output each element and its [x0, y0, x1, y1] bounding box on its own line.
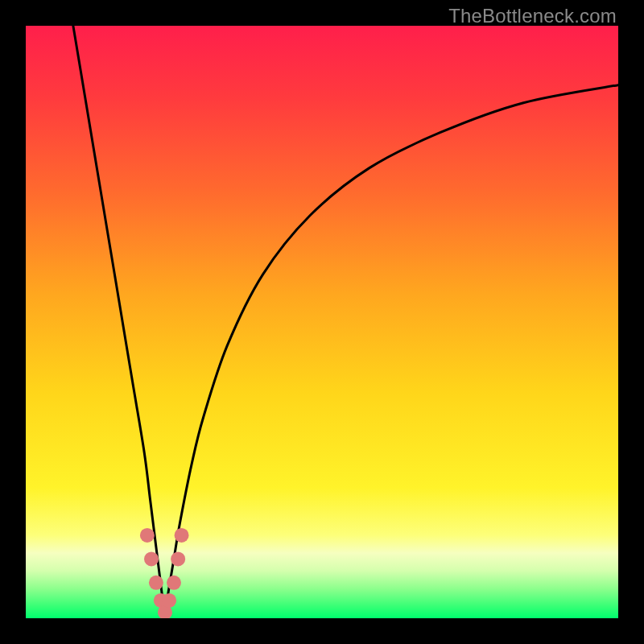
highlight-point	[140, 528, 155, 543]
highlight-point	[162, 593, 176, 608]
plot-area	[26, 26, 618, 618]
watermark-text: TheBottleneck.com	[448, 5, 617, 27]
highlight-point	[167, 576, 181, 590]
highlight-point	[144, 551, 159, 566]
highlight-markers	[140, 528, 189, 618]
highlight-point	[171, 551, 185, 566]
curve-layer	[26, 26, 618, 618]
highlight-point	[149, 576, 163, 590]
right-branch-curve	[165, 85, 618, 618]
highlight-point	[175, 528, 189, 543]
chart-frame: TheBottleneck.com	[0, 0, 644, 644]
